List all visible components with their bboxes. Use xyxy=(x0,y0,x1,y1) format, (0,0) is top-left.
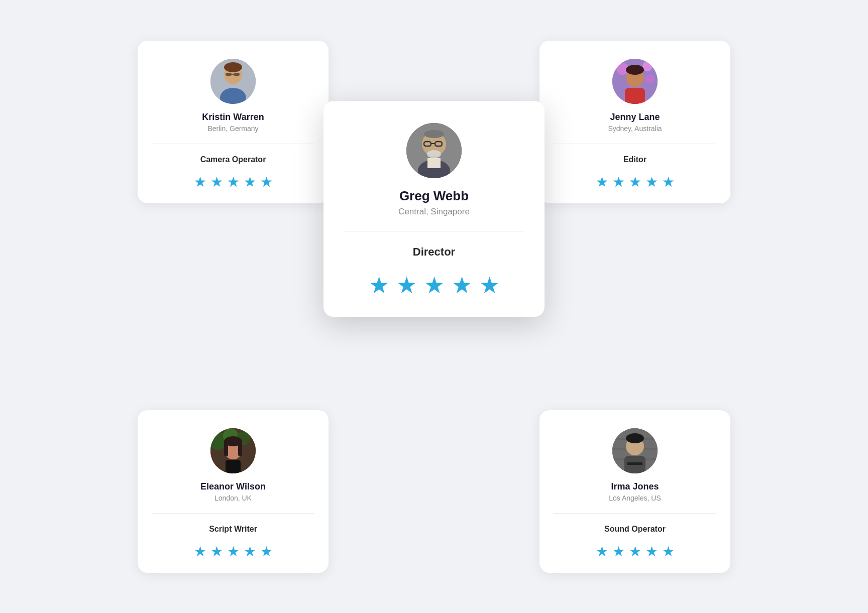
divider-kristin xyxy=(152,144,314,144)
person-location-greg: Central, Singapore xyxy=(398,207,470,217)
star-3 xyxy=(629,545,641,559)
person-name-greg: Greg Webb xyxy=(399,188,469,204)
star-1 xyxy=(194,545,206,559)
person-role-jenny: Editor xyxy=(623,155,646,164)
star-5 xyxy=(479,274,500,297)
svg-point-38 xyxy=(626,433,644,443)
person-name-irma: Irma Jones xyxy=(611,481,659,492)
star-1 xyxy=(369,274,389,297)
person-role-eleanor: Script Writer xyxy=(209,525,257,534)
star-4 xyxy=(452,274,472,297)
person-location-irma: Los Angeles, US xyxy=(609,494,661,502)
star-2 xyxy=(612,175,625,189)
svg-point-10 xyxy=(645,74,655,83)
person-role-greg: Director xyxy=(413,246,455,259)
svg-rect-4 xyxy=(232,74,234,75)
svg-point-5 xyxy=(224,62,242,72)
star-2 xyxy=(210,545,223,559)
star-1 xyxy=(194,175,206,189)
svg-point-12 xyxy=(626,65,644,75)
svg-rect-22 xyxy=(427,158,441,168)
avatar-irma xyxy=(612,428,658,473)
person-location-jenny: Sydney, Australia xyxy=(608,125,662,133)
person-role-irma: Sound Operator xyxy=(604,525,666,534)
star-2 xyxy=(210,175,223,189)
svg-rect-31 xyxy=(226,460,241,473)
stars-greg xyxy=(369,274,500,297)
star-2 xyxy=(612,545,625,559)
star-1 xyxy=(596,545,608,559)
divider-greg xyxy=(344,231,524,231)
person-role-kristin: Camera Operator xyxy=(200,155,266,164)
card-kristin-warren[interactable]: Kristin Warren Berlin, Germany Camera Op… xyxy=(138,41,329,203)
avatar-kristin xyxy=(210,59,256,104)
avatar-greg xyxy=(406,123,462,178)
person-name-kristin: Kristin Warren xyxy=(202,112,264,122)
svg-rect-13 xyxy=(625,88,645,104)
card-irma-jones[interactable]: Irma Jones Los Angeles, US Sound Operato… xyxy=(539,410,730,573)
star-4 xyxy=(244,175,256,189)
person-name-jenny: Jenny Lane xyxy=(610,112,660,122)
person-location-eleanor: London, UK xyxy=(214,494,252,502)
star-4 xyxy=(645,175,658,189)
svg-rect-29 xyxy=(224,441,228,456)
cards-scene: Kristin Warren Berlin, Germany Camera Op… xyxy=(107,31,761,583)
star-3 xyxy=(227,545,240,559)
person-location-kristin: Berlin, Germany xyxy=(207,125,258,133)
star-5 xyxy=(260,545,273,559)
star-3 xyxy=(629,175,641,189)
card-eleanor-wilson[interactable]: Eleanor Wilson London, UK Script Writer xyxy=(138,410,329,573)
card-greg-webb[interactable]: Greg Webb Central, Singapore Director xyxy=(323,101,545,317)
svg-rect-40 xyxy=(627,462,642,465)
avatar-jenny xyxy=(612,59,658,104)
stars-jenny xyxy=(596,175,675,189)
svg-point-20 xyxy=(424,130,444,138)
divider-eleanor xyxy=(152,513,314,514)
star-1 xyxy=(596,175,608,189)
star-3 xyxy=(424,274,445,297)
star-3 xyxy=(227,175,240,189)
star-4 xyxy=(645,545,658,559)
svg-rect-2 xyxy=(226,73,232,76)
stars-kristin xyxy=(194,175,273,189)
svg-point-19 xyxy=(427,150,441,158)
star-5 xyxy=(662,175,675,189)
star-2 xyxy=(396,274,417,297)
stars-irma xyxy=(596,545,675,559)
star-4 xyxy=(244,545,256,559)
stars-eleanor xyxy=(194,545,273,559)
divider-irma xyxy=(554,513,716,514)
divider-jenny xyxy=(554,144,716,144)
star-5 xyxy=(662,545,675,559)
avatar-eleanor xyxy=(210,428,256,473)
svg-rect-3 xyxy=(234,73,240,76)
card-jenny-lane[interactable]: Jenny Lane Sydney, Australia Editor xyxy=(539,41,730,203)
svg-rect-30 xyxy=(238,441,242,456)
person-name-eleanor: Eleanor Wilson xyxy=(200,481,266,492)
star-5 xyxy=(260,175,273,189)
